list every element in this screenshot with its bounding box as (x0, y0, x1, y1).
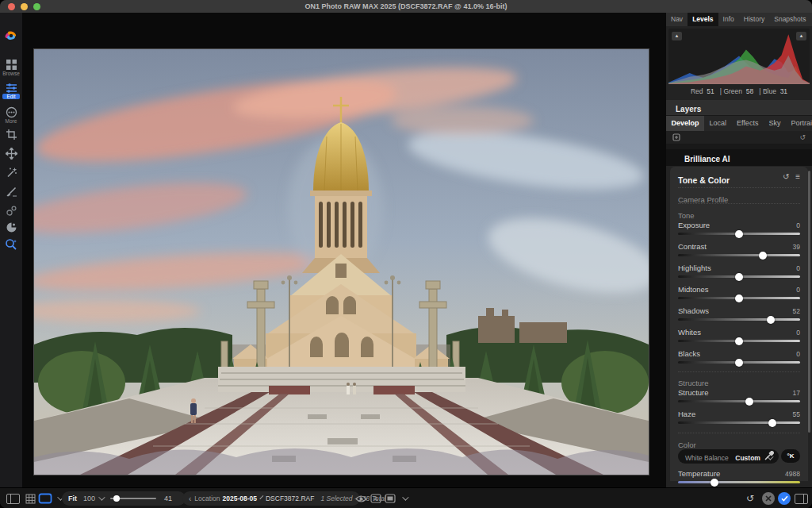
healing-patch-icon (6, 221, 17, 233)
more-module-button[interactable]: More (0, 106, 22, 124)
zoom-100-button[interactable]: 100 (83, 495, 95, 502)
slider-thumb[interactable] (759, 252, 767, 260)
tab-info[interactable]: Info (718, 13, 739, 26)
back-icon[interactable]: ‹ (189, 495, 191, 503)
tab-sky[interactable]: Sky (764, 116, 786, 131)
fit-button[interactable]: Fit (68, 495, 77, 502)
photo-view-button[interactable] (38, 488, 52, 508)
mask-options-chevron[interactable] (399, 488, 407, 508)
divider (678, 187, 800, 188)
bottom-bar: Fit 100 41 ‹ Location 2025-08-05 DSCF387… (0, 487, 812, 508)
toggle-left-panel-button[interactable] (6, 488, 20, 508)
midtones-slider[interactable]: Midtones0 (678, 285, 800, 306)
structure-slider[interactable]: Structure17 (678, 388, 800, 409)
transform-tool-button[interactable] (0, 148, 22, 160)
grid-view-button[interactable] (25, 488, 36, 508)
exposure-slider[interactable]: Exposure0 (678, 221, 800, 241)
slider-thumb[interactable] (735, 359, 743, 367)
divider (678, 433, 800, 433)
reset-tone-icon[interactable]: ↺ (783, 172, 789, 181)
slider-thumb[interactable] (710, 479, 718, 487)
browse-label: Browse (0, 71, 22, 76)
tab-snapshots[interactable]: Snapshots (769, 13, 810, 26)
structure-section-label: Structure (678, 379, 709, 387)
tone-color-panel: Tone & Color ↺ ≡ Camera Profile Tone Exp… (670, 167, 808, 481)
current-filename: DSCF3872.RAF (266, 495, 314, 502)
magic-wand-icon (6, 167, 17, 179)
mask-overlay-button[interactable] (385, 488, 396, 508)
layers-section-header[interactable]: Layers (666, 100, 812, 116)
location-date[interactable]: 2025-08-05 (222, 495, 256, 502)
alpha-mask-icon: A (370, 494, 381, 503)
magnifier-icon (5, 238, 17, 251)
shadow-clipping-icon[interactable]: ▲ (672, 32, 682, 40)
panel-scrollbar[interactable] (808, 171, 810, 433)
apply-button[interactable] (778, 492, 791, 505)
shadows-slider[interactable]: Shadows52 (678, 306, 800, 327)
slider-thumb[interactable] (735, 230, 743, 238)
mask-view-button[interactable]: A (370, 488, 381, 508)
on1-logo (0, 29, 22, 43)
browse-module-button[interactable]: Browse (0, 59, 22, 76)
left-toolbar: Browse Edit More (0, 13, 22, 487)
location-label: Location (194, 495, 220, 502)
kelvin-button[interactable]: °K (781, 449, 800, 463)
masking-brush-tool-button[interactable] (0, 186, 22, 198)
preview-toggle-button[interactable] (355, 488, 367, 508)
move-arrows-icon (6, 148, 17, 160)
panel-menu-icon[interactable]: ≡ (795, 172, 800, 181)
healing-tool-button[interactable] (0, 221, 22, 233)
highlight-clipping-icon[interactable]: ▲ (796, 32, 806, 40)
edit-sliders-icon (6, 83, 17, 94)
chevron-down-icon (98, 494, 105, 500)
cancel-button[interactable] (762, 492, 775, 505)
rgb-readout: Red 51 | Green 58 | Blue 31 (666, 85, 812, 98)
crop-tool-button[interactable] (0, 129, 22, 140)
tab-develop[interactable]: Develop (666, 116, 704, 131)
white-balance-row: White Balance Custom °K (678, 449, 800, 465)
refine-tool-button[interactable] (0, 205, 22, 217)
brilliance-ai-row[interactable]: Brilliance AI (666, 149, 812, 166)
eyedropper-icon[interactable] (764, 450, 775, 464)
slider-thumb[interactable] (735, 273, 743, 281)
slider-thumb[interactable] (735, 337, 743, 345)
slider-thumb[interactable] (768, 419, 776, 427)
slider-thumb[interactable] (735, 294, 743, 302)
panel-tab-bar: Nav Levels Info History Snapshots (666, 13, 812, 26)
slider-thumb[interactable] (767, 316, 775, 324)
reset-edits-button[interactable]: ↺ (746, 492, 754, 505)
ai-view-zoom-tool-button[interactable] (0, 238, 22, 251)
tab-levels[interactable]: Levels (688, 13, 718, 26)
tab-effects[interactable]: Effects (732, 116, 764, 131)
tab-portrait[interactable]: Portrait (786, 116, 812, 131)
filled-mask-icon (385, 494, 396, 503)
zoom-slider-thumb[interactable] (113, 495, 120, 502)
reset-develop-icon[interactable]: ↺ (799, 131, 806, 144)
whites-slider[interactable]: Whites0 (678, 328, 800, 348)
divider (678, 203, 800, 204)
tab-history[interactable]: History (739, 13, 769, 26)
ai-wand-tool-button[interactable] (0, 167, 22, 179)
contrast-slider[interactable]: Contrast39 (678, 242, 800, 263)
toggle-right-panel-button[interactable] (795, 488, 808, 508)
edit-module-button[interactable]: Edit (0, 83, 22, 99)
window-title: ON1 Photo RAW MAX 2025 (DSCF3872.RAF @ 4… (0, 0, 812, 13)
check-icon (781, 495, 788, 502)
haze-slider[interactable]: Haze55 (678, 410, 800, 430)
panel-right-icon (795, 494, 808, 504)
photo-cathedral-image[interactable] (34, 49, 649, 475)
levels-histogram (668, 29, 810, 84)
close-icon (765, 495, 772, 502)
tab-local[interactable]: Local (704, 116, 732, 131)
tone-color-header[interactable]: Tone & Color ↺ ≡ (678, 172, 800, 183)
photo-view-icon (38, 493, 52, 504)
zoom-slider[interactable] (110, 498, 156, 499)
brush-icon (6, 186, 17, 198)
slider-thumb[interactable] (745, 398, 753, 406)
panel-left-icon (6, 494, 20, 504)
blacks-slider[interactable]: Blacks0 (678, 349, 800, 370)
view-options-chevron[interactable] (54, 488, 62, 508)
add-preset-icon[interactable] (672, 131, 680, 145)
highlights-slider[interactable]: Highlights0 (678, 264, 800, 284)
tab-nav[interactable]: Nav (666, 13, 688, 26)
